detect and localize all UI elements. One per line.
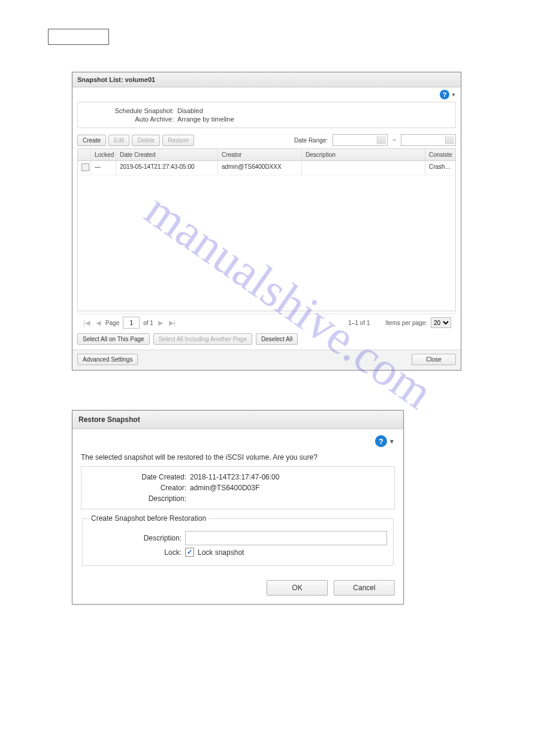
fs-description-input[interactable]	[185, 531, 387, 545]
help-icon: ?	[375, 435, 387, 447]
cell-creator: admin@TS6400DXXX	[218, 161, 302, 175]
col-date[interactable]: Date Created	[116, 149, 218, 160]
date-range-separator: ~	[392, 137, 396, 144]
restore-button[interactable]: Restore	[162, 135, 194, 146]
details-box: Date Created: 2018-11-14T23:17:47-06:00 …	[81, 466, 395, 509]
deselect-all-button[interactable]: Deselect All	[256, 333, 298, 345]
detail-creator-label: Creator:	[87, 484, 186, 492]
cancel-button[interactable]: Cancel	[334, 580, 395, 596]
restore-message: The selected snapshot will be restored t…	[81, 453, 395, 462]
col-locked[interactable]: Locked	[91, 149, 116, 160]
ok-button[interactable]: OK	[267, 580, 328, 596]
pager-items-label: Items per page:	[386, 320, 427, 326]
pager: |◀ ◀ Page of 1 ▶ ▶| 1–1 of 1 Items per p…	[77, 314, 456, 331]
fs-desc-label: Description:	[89, 534, 182, 542]
pager-items-select[interactable]: 20	[431, 317, 451, 328]
pager-range: 1–1 of 1	[348, 320, 370, 326]
date-range-label: Date Range:	[294, 137, 328, 144]
table-row[interactable]: — 2019-05-14T21:27:43-05:00 admin@TS6400…	[78, 161, 455, 175]
chevron-down-icon: ▼	[451, 92, 456, 98]
toolbar: Create Edit Delete Restore Date Range: ~	[72, 132, 461, 148]
delete-button[interactable]: Delete	[132, 135, 160, 146]
cell-date: 2019-05-14T21:27:43-05:00	[116, 161, 218, 175]
restore-title: Restore Snapshot	[72, 411, 403, 429]
pager-page-label: Page	[105, 320, 119, 326]
help-icon: ?	[440, 90, 449, 99]
detail-date-value: 2018-11-14T23:17:47-06:00	[190, 473, 279, 481]
archive-label: Auto Archive:	[84, 116, 174, 123]
col-consistency[interactable]: Consiste	[425, 149, 455, 160]
restore-window: Restore Snapshot ? ▼ The selected snapsh…	[72, 410, 404, 605]
snapshot-table: Locked Date Created Creator Description …	[77, 148, 456, 311]
col-description[interactable]: Description	[302, 149, 425, 160]
close-button[interactable]: Close	[412, 354, 456, 365]
pager-prev-icon[interactable]: ◀	[95, 319, 102, 327]
help-button[interactable]: ? ▼	[440, 90, 456, 99]
detail-date-label: Date Created:	[87, 473, 186, 481]
info-panel: Schedule Snapshot: Disabled Auto Archive…	[77, 102, 456, 128]
schedule-label: Schedule Snapshot:	[84, 107, 174, 114]
chevron-down-icon: ▼	[389, 438, 395, 445]
pager-of-label: of 1	[143, 320, 153, 326]
table-header: Locked Date Created Creator Description …	[78, 149, 455, 161]
fs-lock-label: Lock:	[89, 548, 182, 557]
lock-text: Lock snapshot	[198, 548, 244, 557]
detail-creator-value: admin@TS6400D03F	[190, 484, 259, 492]
pager-next-icon[interactable]: ▶	[157, 319, 164, 327]
pager-first-icon[interactable]: |◀	[82, 319, 91, 327]
window-title: Snapshot List: volume01	[72, 72, 461, 87]
cell-consistency: Crash…	[425, 161, 455, 175]
advanced-settings-button[interactable]: Advanced Settings	[77, 354, 138, 365]
detail-description-label: Description:	[87, 494, 186, 503]
empty-box	[48, 29, 109, 45]
row-checkbox[interactable]	[81, 163, 89, 171]
lock-checkbox[interactable]: ✓	[185, 548, 194, 557]
select-all-pages-button[interactable]: Select All Including Another Page	[153, 333, 252, 345]
snapshot-list-window: Snapshot List: volume01 ? ▼ Schedule Sna…	[72, 72, 461, 371]
pager-page-input[interactable]	[123, 317, 140, 329]
date-from-input[interactable]	[333, 134, 388, 146]
pager-last-icon[interactable]: ▶|	[168, 319, 177, 327]
select-all-page-button[interactable]: Select All on This Page	[77, 333, 150, 345]
schedule-value: Disabled	[177, 107, 203, 114]
help-button[interactable]: ? ▼	[375, 435, 395, 447]
cell-description	[302, 161, 425, 175]
edit-button[interactable]: Edit	[108, 135, 129, 146]
cell-locked: —	[91, 161, 116, 175]
date-to-input[interactable]	[401, 134, 456, 146]
archive-value: Arrange by timeline	[177, 116, 234, 123]
col-creator[interactable]: Creator	[218, 149, 302, 160]
fieldset-legend: Create Snapshot before Restoration	[89, 514, 208, 523]
create-snapshot-fieldset: Create Snapshot before Restoration Descr…	[82, 514, 394, 566]
create-button[interactable]: Create	[77, 135, 106, 146]
